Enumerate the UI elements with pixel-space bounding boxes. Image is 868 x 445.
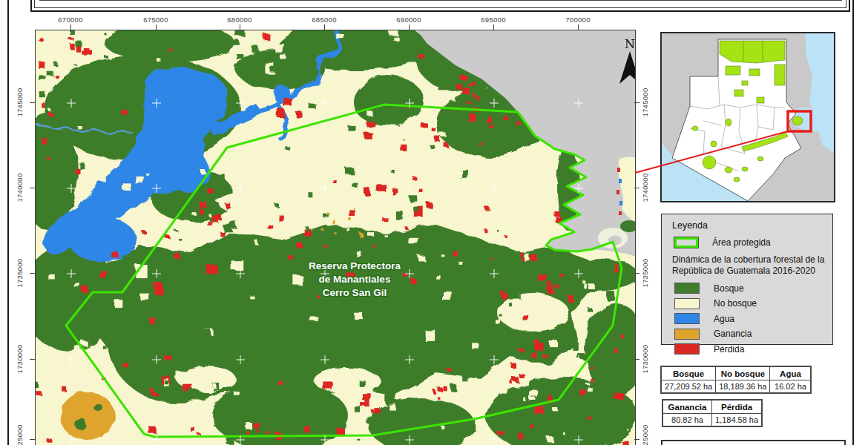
legend-protected-item: Área protegida xyxy=(671,237,826,248)
table-value-cell: 18,189.36 ha xyxy=(716,380,770,394)
x-tick-label: 675000 xyxy=(143,16,168,24)
table-header-cell: Bosque xyxy=(661,366,716,380)
title-box-inner xyxy=(34,0,846,8)
bosque-swatch xyxy=(674,283,700,294)
y-tick-mark-left xyxy=(30,273,35,274)
change-table-header-row: Ganancia Pérdida xyxy=(662,400,762,414)
gain-patch xyxy=(60,392,115,441)
main-map-frame: Reserva Protectora de Manantiales Cerro … xyxy=(35,30,636,445)
cover-area-table: Bosque No bosque Agua 27,209.52 ha 18,18… xyxy=(660,366,812,394)
protected-area-label: Área protegida xyxy=(712,237,771,248)
legend-item-agua: Agua xyxy=(671,313,826,324)
table-value-cell: 80.82 ha xyxy=(662,414,712,427)
x-tick-label: 670000 xyxy=(58,16,83,24)
y-tick-mark-right xyxy=(634,273,640,274)
x-tick-label: 695000 xyxy=(481,16,506,24)
x-tick-label: 690000 xyxy=(396,16,421,24)
protected-area-swatch xyxy=(674,237,698,248)
legend-item-perdida: Pérdida xyxy=(671,343,826,355)
x-tick-mark xyxy=(324,24,325,30)
y-tick-label-left: 1740000 xyxy=(16,173,24,202)
table-header-cell: No bosque xyxy=(716,366,770,380)
legend-title: Leyenda xyxy=(672,220,826,231)
x-tick-mark xyxy=(578,24,579,30)
change-table-value-row: 80.82 ha 1,184.58 ha xyxy=(662,414,762,427)
y-tick-mark-left xyxy=(30,359,35,360)
y-tick-mark-left xyxy=(30,188,35,188)
ganancia-label: Ganancia xyxy=(714,329,752,339)
change-area-table: Ganancia Pérdida 80.82 ha 1,184.58 ha xyxy=(662,399,763,427)
map-label-line3: Cerro San Gil xyxy=(323,287,387,298)
perdida-swatch xyxy=(674,343,700,355)
page-border-right xyxy=(852,0,854,445)
map-label-line1: Reserva Protectora xyxy=(309,260,401,271)
y-tick-mark-right xyxy=(634,102,640,103)
legend-item-bosque: Bosque xyxy=(671,283,826,294)
y-tick-label-right: 1725000 xyxy=(641,424,649,445)
y-tick-label-right: 1740000 xyxy=(641,173,649,202)
table-value-cell: 27,209.52 ha xyxy=(661,380,716,394)
x-tick-mark xyxy=(240,24,240,30)
cover-table-value-row: 27,209.52 ha 18,189.36 ha 16.02 ha xyxy=(661,380,811,394)
table-header-cell: Pérdida xyxy=(712,400,763,414)
y-tick-mark-right xyxy=(634,359,640,360)
agua-swatch xyxy=(674,313,700,324)
bosque-label: Bosque xyxy=(714,283,744,294)
y-tick-label-left: 1735000 xyxy=(16,258,24,287)
page-border-left xyxy=(7,0,9,445)
y-tick-label-right: 1735000 xyxy=(641,258,649,287)
y-tick-label-right: 1730000 xyxy=(641,344,649,373)
bottom-partial-box xyxy=(661,440,846,445)
x-tick-mark xyxy=(156,24,157,30)
table-value-cell: 16.02 ha xyxy=(770,380,812,394)
x-tick-mark xyxy=(70,24,71,30)
legend-box: Leyenda Área protegida Dinámica de la co… xyxy=(661,214,833,345)
map-layout-page: Reserva Protectora de Manantiales Cerro … xyxy=(0,0,868,445)
inset-map-frame xyxy=(660,32,835,202)
y-tick-label-right: 1745000 xyxy=(641,88,649,116)
x-tick-mark xyxy=(409,24,410,30)
y-tick-mark-right xyxy=(634,188,640,188)
y-tick-label-left: 1730000 xyxy=(16,344,24,373)
inset-map-canvas xyxy=(662,33,834,201)
legend-item-ganancia: Ganancia xyxy=(671,329,826,340)
x-tick-label: 700000 xyxy=(565,16,591,24)
y-tick-mark-left xyxy=(30,102,35,103)
map-label-line2: de Manantiales xyxy=(319,274,391,285)
no-bosque-label: No bosque xyxy=(714,298,757,309)
y-tick-label-left: 1725000 xyxy=(16,424,24,445)
ganancia-swatch xyxy=(674,329,700,340)
legend-dynamics-title: Dinámica de la cobertura forestal de la … xyxy=(672,254,826,277)
main-map-canvas: Reserva Protectora de Manantiales Cerro … xyxy=(36,30,635,445)
table-header-cell: Ganancia xyxy=(662,400,712,414)
agua-label: Agua xyxy=(714,314,734,324)
x-tick-mark xyxy=(493,24,494,30)
table-value-cell: 1,184.58 ha xyxy=(712,414,763,427)
legend-dynamics-line1: Dinámica de la cobertura forestal de la xyxy=(672,254,826,266)
legend-item-no-bosque: No bosque xyxy=(671,298,826,309)
y-tick-label-left: 1745000 xyxy=(16,88,24,116)
perdida-label: Pérdida xyxy=(714,344,744,355)
y-tick-mark-right xyxy=(634,439,640,440)
no-bosque-swatch xyxy=(674,298,700,309)
x-tick-label: 680000 xyxy=(227,16,252,24)
table-header-cell: Agua xyxy=(770,366,812,380)
y-tick-mark-left xyxy=(30,439,35,440)
title-box-line xyxy=(39,0,842,1)
x-tick-label: 685000 xyxy=(312,16,337,24)
legend-dynamics-line2: República de Guatemala 2016-2020 xyxy=(672,266,826,277)
cover-table-header-row: Bosque No bosque Agua xyxy=(661,366,811,380)
north-label: N xyxy=(625,37,635,51)
